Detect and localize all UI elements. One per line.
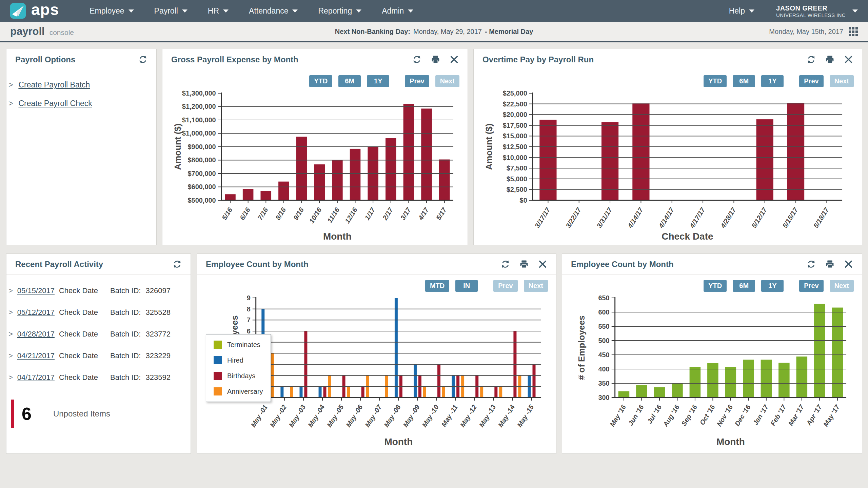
refresh-icon[interactable] — [807, 55, 816, 64]
nav-item-hr[interactable]: HR — [208, 6, 229, 16]
unposted-items: 6 Unposted Items — [8, 400, 191, 428]
unposted-label: Unposted Items — [53, 409, 110, 419]
range-button-ytd[interactable]: YTD — [704, 75, 727, 87]
bar — [743, 360, 754, 398]
chevron-right-icon: > — [8, 99, 13, 108]
svg-text:$2,500: $2,500 — [507, 186, 527, 193]
svg-text:5/12/17: 5/12/17 — [750, 206, 768, 229]
batch-id-label: Batch ID: — [110, 373, 141, 382]
range-button-ytd[interactable]: YTD — [704, 280, 727, 292]
nav-item-reporting[interactable]: Reporting — [318, 6, 361, 16]
refresh-icon[interactable] — [501, 260, 510, 269]
svg-text:4/14/17: 4/14/17 — [626, 206, 645, 230]
svg-text:11/16: 11/16 — [326, 206, 341, 224]
range-button-6m[interactable]: 6M — [338, 75, 361, 87]
chevron-down-icon — [408, 9, 413, 13]
check-date-link[interactable]: 04/28/2017 — [17, 330, 55, 339]
svg-text:10/16: 10/16 — [308, 206, 323, 225]
print-icon[interactable] — [519, 260, 529, 269]
svg-text:$25,000: $25,000 — [503, 90, 527, 97]
banner-date: Monday, May 29, 2017 — [413, 28, 482, 36]
svg-text:650: 650 — [598, 295, 609, 302]
app-title: payroll console — [10, 25, 74, 38]
check-date-link[interactable]: 04/21/2017 — [17, 351, 55, 360]
waffle-grid-icon[interactable] — [849, 27, 858, 36]
user-company: UNIVERSAL WIRELESS INC — [776, 12, 846, 18]
range-button-prev[interactable]: Prev — [799, 280, 823, 292]
current-date-area: Monday, May 15th, 2017 — [769, 27, 858, 36]
svg-text:7/16: 7/16 — [256, 206, 270, 221]
panel-title: Gross Payroll Expense by Month — [171, 55, 298, 64]
nav-item-label: Admin — [382, 6, 404, 16]
refresh-icon[interactable] — [412, 55, 421, 64]
svg-text:$12,500: $12,500 — [503, 143, 527, 150]
svg-text:8/16: 8/16 — [274, 206, 288, 221]
range-button-prev[interactable]: Prev — [799, 75, 823, 87]
range-button-prev[interactable]: Prev — [405, 75, 429, 87]
aps-logo[interactable]: aps — [10, 2, 59, 20]
svg-text:$5,000: $5,000 — [507, 175, 527, 183]
legend-swatch — [214, 372, 222, 380]
help-menu[interactable]: Help — [729, 6, 754, 16]
chevron-down-icon — [129, 9, 134, 13]
refresh-icon[interactable] — [138, 55, 147, 64]
svg-text:300: 300 — [598, 394, 609, 401]
payroll-activity-row: >05/15/2017Check DateBatch ID:326097 — [8, 286, 191, 295]
svg-text:5/18/17: 5/18/17 — [812, 206, 830, 229]
bar — [421, 108, 432, 200]
range-button-in[interactable]: IN — [455, 280, 478, 292]
svg-text:$7,500: $7,500 — [507, 164, 527, 172]
check-date-link[interactable]: 04/17/2017 — [17, 373, 55, 382]
bar — [539, 120, 556, 200]
svg-text:May -08: May -08 — [382, 403, 402, 429]
range-button-mtd[interactable]: MTD — [425, 280, 449, 292]
close-icon[interactable] — [538, 260, 547, 269]
nav-item-payroll[interactable]: Payroll — [154, 6, 188, 16]
user-menu[interactable]: JASON GREER UNIVERSAL WIRELESS INC — [776, 4, 858, 18]
range-button-ytd[interactable]: YTD — [309, 75, 332, 87]
range-button-1y[interactable]: 1Y — [761, 280, 784, 292]
print-icon[interactable] — [825, 55, 834, 64]
svg-text:400: 400 — [598, 365, 609, 373]
check-date-link[interactable]: 05/15/2017 — [17, 286, 55, 295]
bar — [314, 164, 325, 200]
print-icon[interactable] — [825, 260, 834, 269]
legend-label: Anniversary — [227, 388, 263, 395]
check-date-link[interactable]: 05/12/2017 — [17, 308, 55, 317]
close-icon[interactable] — [844, 55, 853, 64]
bar — [632, 103, 649, 200]
range-button-6m[interactable]: 6M — [733, 280, 755, 292]
overtime-pay-panel: Overtime Pay by Payroll Run YTD6M1YPrevN… — [473, 49, 862, 245]
current-date: Monday, May 15th, 2017 — [769, 28, 843, 36]
unposted-count: 6 — [22, 404, 32, 424]
close-icon[interactable] — [844, 260, 853, 269]
create-payroll-batch-link[interactable]: Create Payroll Batch — [18, 80, 90, 89]
legend-label: Hired — [227, 357, 243, 364]
svg-text:3/17/17: 3/17/17 — [533, 206, 552, 229]
range-button-1y[interactable]: 1Y — [761, 75, 784, 87]
nav-item-attendance[interactable]: Attendance — [249, 6, 298, 16]
bar — [278, 182, 289, 200]
svg-text:8: 8 — [247, 305, 251, 313]
svg-text:May '17: May '17 — [822, 403, 841, 428]
nav-item-admin[interactable]: Admin — [382, 6, 413, 16]
batch-id-label: Batch ID: — [110, 351, 141, 360]
range-button-6m[interactable]: 6M — [733, 75, 755, 87]
bar — [636, 385, 647, 398]
create-payroll-check-link[interactable]: Create Payroll Check — [18, 99, 92, 108]
chevron-down-icon — [292, 9, 298, 13]
close-icon[interactable] — [450, 55, 459, 64]
chevron-down-icon — [356, 9, 361, 13]
bar — [386, 138, 396, 200]
chevron-right-icon: > — [8, 373, 13, 382]
refresh-icon[interactable] — [807, 260, 816, 269]
range-button-1y[interactable]: 1Y — [367, 75, 389, 87]
bar — [756, 119, 773, 200]
range-selector: YTD6M1YPrevNext — [482, 74, 854, 88]
chevron-right-icon: > — [8, 286, 13, 295]
refresh-icon[interactable] — [173, 260, 182, 269]
svg-text:May -06: May -06 — [344, 403, 364, 429]
nav-item-employee[interactable]: Employee — [90, 6, 134, 16]
bar — [832, 308, 843, 398]
print-icon[interactable] — [431, 55, 440, 64]
